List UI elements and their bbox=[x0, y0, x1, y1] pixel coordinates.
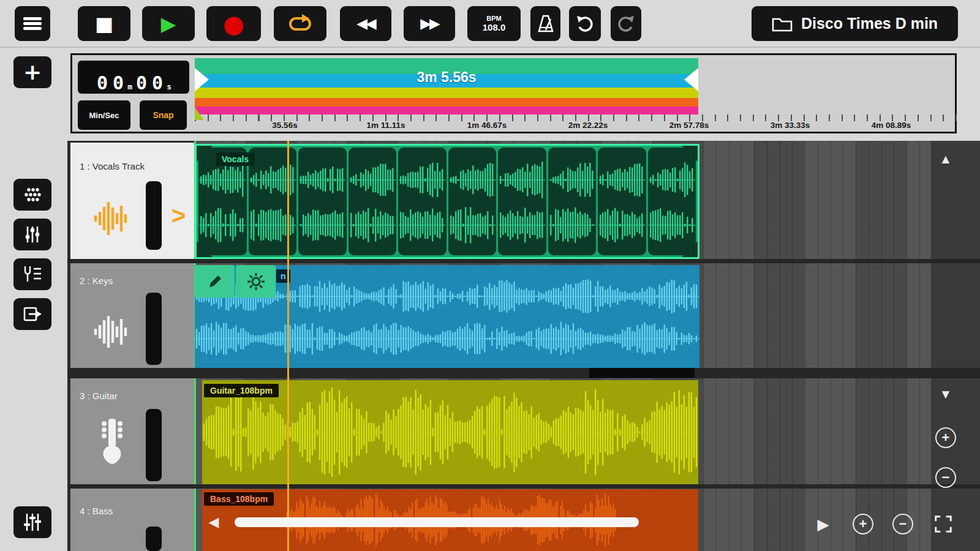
timeline-stripe-magenta[interactable] bbox=[195, 107, 698, 114]
pads-button[interactable] bbox=[13, 179, 51, 211]
instrument-list-icon bbox=[21, 264, 44, 285]
timeline-stripe-yellow[interactable] bbox=[195, 88, 698, 98]
undo-button[interactable] bbox=[569, 6, 601, 41]
timeline-tick-label: 1m 11.11s bbox=[366, 121, 405, 130]
instruments-button[interactable] bbox=[13, 258, 51, 290]
bpm-button[interactable]: BPM 108.0 bbox=[467, 6, 521, 41]
clip-settings-button[interactable] bbox=[236, 265, 276, 298]
pencil-icon bbox=[206, 272, 224, 291]
playhead-line[interactable] bbox=[287, 141, 289, 551]
clip-corner-handle[interactable] bbox=[197, 241, 213, 257]
metronome-button[interactable] bbox=[530, 6, 560, 41]
track-name: 4 : Bass bbox=[80, 506, 113, 516]
track-name: 1 : Vocals Track bbox=[80, 161, 145, 171]
stop-icon: ■ bbox=[95, 14, 113, 34]
stop-button[interactable]: ■ bbox=[78, 6, 130, 41]
mixer-button[interactable] bbox=[13, 219, 51, 250]
mini-play-button[interactable]: ▶ bbox=[812, 514, 834, 534]
clip-label-vocals: Vocals bbox=[216, 152, 255, 166]
selection-length-label: 3m 5.56s bbox=[195, 69, 698, 86]
scroll-left-arrow[interactable]: ◀ bbox=[205, 514, 223, 530]
folder-icon bbox=[772, 15, 793, 32]
vocals-clip-segment[interactable] bbox=[548, 148, 597, 255]
volume-fader-guitar[interactable] bbox=[146, 409, 162, 481]
expand-track-chevron[interactable]: > bbox=[172, 202, 186, 230]
top-toolbar: ■ ▶ ● ◀◀ ▶▶ BPM 108.0 bbox=[0, 0, 980, 48]
undo-icon bbox=[575, 14, 595, 34]
vocals-clip-segment[interactable] bbox=[349, 148, 397, 255]
gear-icon bbox=[247, 272, 265, 291]
clip-corner-handle[interactable] bbox=[682, 241, 698, 257]
pads-icon bbox=[21, 184, 44, 205]
vocals-clip-segments bbox=[197, 146, 698, 257]
volume-fader-vocals[interactable] bbox=[146, 181, 162, 250]
bpm-value: 108.0 bbox=[483, 22, 506, 32]
keys-waveform-icon bbox=[93, 313, 129, 350]
timeline-tick-label: 4m 08.89s bbox=[872, 121, 911, 130]
right-scroll-gutter bbox=[931, 141, 980, 551]
timeline-tick-label: 1m 46.67s bbox=[467, 121, 507, 130]
fast-forward-icon: ▶▶ bbox=[420, 17, 438, 31]
play-button[interactable]: ▶ bbox=[142, 6, 195, 41]
clip-label-guitar: Guitar_108bpm bbox=[204, 384, 279, 397]
guitar-icon bbox=[93, 416, 131, 473]
track-name: 3 : Guitar bbox=[80, 391, 118, 401]
timeline-tick-label: 2m 57.78s bbox=[669, 121, 709, 130]
fullscreen-button[interactable] bbox=[932, 513, 954, 535]
scroll-up-button[interactable]: ▲ bbox=[935, 151, 957, 168]
horizontal-scrollbar[interactable] bbox=[235, 517, 639, 527]
vocals-clip-segment[interactable] bbox=[398, 148, 447, 255]
zoom-in-vertical-button[interactable]: + bbox=[935, 427, 956, 448]
eq-sliders-icon bbox=[21, 512, 43, 533]
redo-button[interactable] bbox=[611, 6, 641, 41]
clip-corner-handle[interactable] bbox=[682, 146, 698, 162]
time-minutes-ones: 0 bbox=[113, 72, 124, 94]
add-track-button[interactable]: + bbox=[13, 56, 51, 88]
vocals-waveform-icon bbox=[93, 200, 129, 238]
fast-forward-button[interactable]: ▶▶ bbox=[404, 6, 455, 41]
bpm-label: BPM bbox=[486, 15, 501, 23]
rewind-button[interactable]: ◀◀ bbox=[340, 6, 391, 41]
track-header-vocals[interactable] bbox=[70, 143, 195, 259]
vocals-clip-segment[interactable] bbox=[598, 148, 646, 255]
mixer-faders-icon bbox=[21, 224, 43, 245]
vocals-clip-segment[interactable] bbox=[498, 148, 546, 255]
track-gap bbox=[67, 259, 980, 263]
clip-edit-button[interactable] bbox=[195, 265, 235, 298]
snap-button[interactable]: Snap bbox=[140, 100, 187, 130]
track-header-bass[interactable] bbox=[70, 489, 195, 551]
eq-settings-button[interactable] bbox=[13, 506, 51, 538]
loop-button[interactable] bbox=[274, 6, 326, 41]
volume-fader-bass[interactable] bbox=[146, 527, 162, 551]
loop-icon bbox=[287, 13, 313, 34]
volume-fader-keys[interactable] bbox=[146, 293, 162, 365]
vocals-clip-segment[interactable] bbox=[648, 148, 696, 255]
vocals-clip-segment[interactable] bbox=[298, 148, 347, 255]
timeline-tick-label: 35.56s bbox=[272, 121, 297, 130]
export-button[interactable] bbox=[13, 298, 51, 330]
min-sec-mode-button[interactable]: Min/Sec bbox=[78, 100, 130, 130]
vocals-clip-segment[interactable] bbox=[448, 148, 497, 255]
time-display[interactable]: 0 0 m 0 0 s bbox=[78, 61, 189, 94]
record-button[interactable]: ● bbox=[206, 6, 261, 41]
scroll-down-button[interactable]: ▼ bbox=[935, 386, 957, 403]
selection-start-marker[interactable] bbox=[195, 68, 209, 91]
vocals-clip-segment[interactable] bbox=[249, 148, 297, 255]
timeline-stripe-orange[interactable] bbox=[195, 98, 698, 107]
clip-corner-handle[interactable] bbox=[197, 146, 213, 162]
rewind-icon: ◀◀ bbox=[356, 17, 374, 31]
playhead-start-flag[interactable] bbox=[195, 107, 204, 120]
zoom-out-vertical-button[interactable]: − bbox=[935, 467, 956, 488]
hamburger-menu-icon bbox=[23, 15, 42, 32]
clip-vocals[interactable] bbox=[195, 144, 699, 259]
project-button[interactable]: Disco Times D min bbox=[752, 6, 958, 41]
zoom-out-button[interactable]: − bbox=[892, 514, 913, 534]
menu-button[interactable] bbox=[15, 6, 50, 41]
plus-icon: + bbox=[23, 61, 42, 83]
selection-end-marker[interactable] bbox=[684, 68, 698, 91]
time-seconds-ones: 0 bbox=[152, 72, 163, 94]
zoom-in-button[interactable]: + bbox=[853, 514, 873, 534]
track-gap bbox=[67, 484, 980, 489]
time-minutes-unit: m bbox=[127, 82, 132, 94]
redo-icon bbox=[616, 14, 636, 34]
